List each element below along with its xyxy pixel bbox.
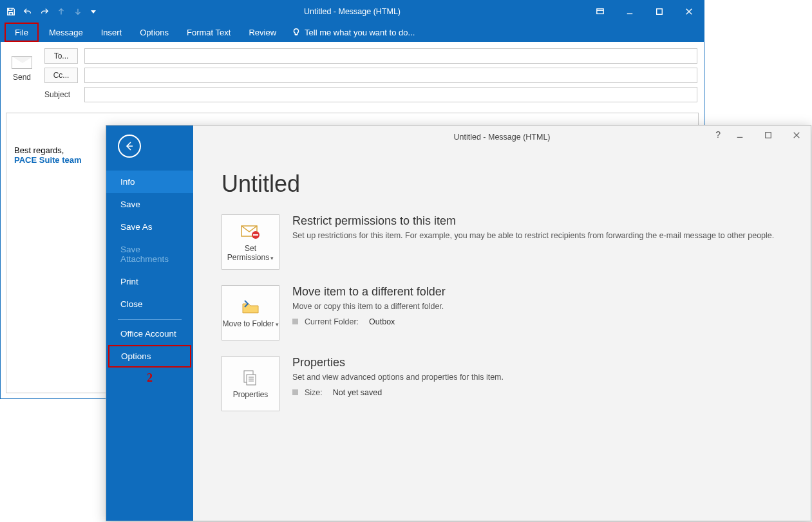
page-title: Untitled	[222, 171, 798, 198]
arrow-down-icon	[73, 6, 83, 17]
current-folder-label: Current Folder:	[305, 317, 359, 326]
maximize-icon[interactable]	[645, 1, 674, 23]
help-icon[interactable]: ?	[715, 129, 721, 140]
save-icon[interactable]	[6, 6, 16, 17]
size-label: Size:	[305, 388, 323, 397]
cc-input[interactable]	[84, 68, 697, 83]
move-desc: Move or copy this item to a different fo…	[292, 301, 798, 312]
undo-icon[interactable]	[23, 6, 33, 17]
backstage-window: Info Save Save As Save Attachments Print…	[106, 125, 811, 521]
info-row-move: Move to Folder▾ Move item to a different…	[222, 285, 798, 340]
tab-insert[interactable]: Insert	[92, 23, 131, 42]
properties-title: Properties	[292, 356, 798, 369]
set-permissions-label: Set Permissions	[227, 244, 269, 262]
cc-button[interactable]: Cc...	[44, 68, 78, 83]
compose-title: Untitled - Message (HTML)	[304, 7, 401, 16]
subject-input[interactable]	[84, 87, 697, 102]
sidebar-item-save-attachments: Save Attachments	[106, 238, 193, 270]
close-icon[interactable]	[674, 1, 704, 23]
tab-file[interactable]: File	[5, 23, 39, 42]
subject-label: Subject	[44, 90, 78, 99]
permissions-desc: Set up restrictions for this item. For e…	[292, 230, 798, 241]
arrow-left-icon	[124, 140, 135, 152]
arrow-up-icon	[56, 6, 66, 17]
quick-access-toolbar	[1, 6, 101, 17]
maximize-icon[interactable]	[754, 126, 782, 145]
move-to-folder-button[interactable]: Move to Folder▾	[222, 285, 279, 340]
sidebar-item-office-account[interactable]: Office Account	[106, 322, 193, 345]
close-icon[interactable]	[782, 126, 811, 145]
backstage-titlebar: Untitled - Message (HTML) ?	[193, 126, 811, 149]
envelope-icon	[12, 56, 32, 69]
sidebar-item-save-as[interactable]: Save As	[106, 216, 193, 238]
tell-me-label: Tell me what you want to do...	[305, 28, 415, 37]
sidebar-separator	[118, 319, 182, 320]
info-row-properties: Properties Properties Set and view advan…	[222, 356, 798, 411]
properties-meta: Size: Not yet saved	[292, 388, 798, 397]
set-permissions-button[interactable]: Set Permissions▾	[222, 214, 279, 270]
backstage-main: Untitled - Message (HTML) ? Untitled Set…	[193, 126, 811, 521]
svg-rect-1	[657, 9, 663, 15]
minimize-icon[interactable]	[615, 1, 645, 23]
properties-icon	[241, 368, 260, 387]
sidebar-item-print[interactable]: Print	[106, 270, 193, 293]
sidebar-item-options[interactable]: Options	[108, 345, 191, 368]
send-button[interactable]: Send	[13, 73, 31, 82]
ribbon-tabs: File Message Insert Options Format Text …	[1, 23, 704, 42]
folder-move-icon	[241, 297, 260, 317]
properties-desc: Set and view advanced options and proper…	[292, 372, 798, 383]
backstage-sidebar: Info Save Save As Save Attachments Print…	[106, 126, 193, 521]
annotation-2: 2	[106, 371, 193, 385]
properties-button[interactable]: Properties	[222, 356, 279, 411]
compose-window-controls	[585, 1, 704, 23]
redo-icon[interactable]	[39, 6, 50, 17]
qat-customize-icon[interactable]	[91, 10, 96, 14]
backstage-title: Untitled - Message (HTML)	[453, 133, 550, 142]
compose-titlebar: Untitled - Message (HTML)	[1, 1, 704, 23]
current-folder-value: Outbox	[369, 317, 395, 326]
chevron-down-icon: ▾	[276, 321, 279, 328]
backstage-content: Untitled Set Permissions▾ Restrict permi…	[222, 171, 798, 427]
sidebar-item-close[interactable]: Close	[106, 293, 193, 315]
minimize-icon[interactable]	[726, 126, 754, 145]
tab-format-text[interactable]: Format Text	[178, 23, 240, 42]
svg-rect-0	[597, 9, 603, 14]
ribbon-display-options-icon[interactable]	[585, 1, 615, 23]
move-title: Move item to a different folder	[292, 285, 798, 299]
bullet-icon	[292, 389, 298, 395]
move-to-folder-label: Move to Folder	[222, 319, 274, 328]
back-button[interactable]	[118, 135, 141, 158]
to-button[interactable]: To...	[44, 48, 78, 64]
sidebar-item-info[interactable]: Info	[106, 171, 193, 193]
chevron-down-icon: ▾	[270, 255, 274, 261]
move-meta: Current Folder: Outbox	[292, 317, 798, 326]
svg-rect-7	[247, 375, 256, 385]
bullet-icon	[292, 319, 298, 324]
tab-review[interactable]: Review	[240, 23, 285, 42]
envelope-restrict-icon	[240, 222, 261, 241]
permissions-title: Restrict permissions to this item	[292, 214, 798, 228]
svg-rect-5	[253, 234, 258, 236]
backstage-window-controls	[726, 126, 811, 145]
svg-rect-2	[766, 133, 771, 138]
properties-label: Properties	[233, 390, 269, 399]
lightbulb-icon	[292, 28, 301, 37]
to-input[interactable]	[84, 48, 697, 64]
tell-me-search[interactable]: Tell me what you want to do...	[285, 28, 421, 37]
info-row-permissions: Set Permissions▾ Restrict permissions to…	[222, 214, 798, 270]
tab-message[interactable]: Message	[40, 23, 92, 42]
sidebar-item-save[interactable]: Save	[106, 193, 193, 216]
size-value: Not yet saved	[333, 388, 382, 397]
tab-options[interactable]: Options	[131, 23, 178, 42]
